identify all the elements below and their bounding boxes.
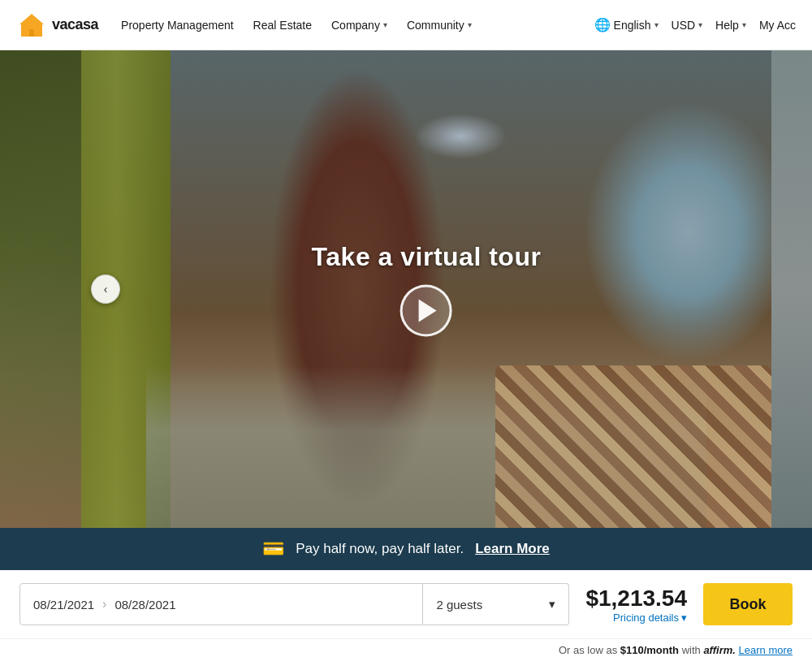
checkout-date: 08/28/2021 [114,598,175,612]
gallery-prev-button[interactable]: ‹ [91,274,120,304]
globe-icon: 🌐 [594,17,611,32]
gallery-main-image[interactable]: Take a virtual tour [81,50,771,528]
affirm-prefix-text: Or as low as [559,644,617,656]
brand-name: vacasa [52,16,98,33]
currency-dropdown-icon: ▾ [698,20,702,29]
pay-banner-text: Pay half now, pay half later. [296,541,464,557]
currency-selector[interactable]: USD ▾ [672,19,703,32]
guests-dropdown-icon: ▾ [549,597,555,612]
breadcrumb: USA › Tennessee › Smoky Mountains › Gatl… [0,661,812,670]
play-button[interactable] [400,285,452,337]
affirm-row: Or as low as $110/month with affirm. Lea… [0,639,812,661]
nav-company[interactable]: Company ▾ [331,19,387,32]
language-selector[interactable]: 🌐 English ▾ [594,17,659,32]
nav-community[interactable]: Community ▾ [407,19,472,32]
learn-more-link[interactable]: Learn More [475,541,550,557]
affirm-monthly-amount: $110/month [620,644,679,656]
pricing-details-icon: ▾ [681,612,687,624]
navbar: vacasa Property Management Real Estate C… [0,0,812,50]
svg-rect-2 [29,29,34,37]
pay-icon: 💳 [262,538,284,560]
book-button[interactable]: Book [703,583,793,625]
gallery-thumb-right[interactable] [771,50,812,528]
plaid-couch [495,365,771,528]
booking-bar: 08/21/2021 › 08/28/2021 2 guests ▾ $1,21… [0,570,812,639]
nav-right: 🌐 English ▾ USD ▾ Help ▾ My Acc [594,17,796,32]
date-range-selector[interactable]: 08/21/2021 › 08/28/2021 [19,583,423,625]
date-arrow-icon: › [102,597,106,612]
help-dropdown-icon: ▾ [742,20,746,29]
community-dropdown-icon: ▾ [468,20,472,29]
affirm-brand-name: affirm. [703,644,736,656]
logo-icon [16,10,47,41]
guests-value: 2 guests [436,598,482,612]
help-menu[interactable]: Help ▾ [715,19,746,32]
virtual-tour-text: Take a virtual tour [312,242,542,272]
pricing-details-link[interactable]: Pricing details ▾ [585,612,687,624]
nav-property-management[interactable]: Property Management [121,19,234,32]
virtual-tour-overlay: Take a virtual tour [312,242,542,337]
language-dropdown-icon: ▾ [654,20,659,29]
my-account[interactable]: My Acc [759,19,796,32]
affirm-with-text: with [682,644,701,656]
guests-selector[interactable]: 2 guests ▾ [423,583,569,625]
pay-half-banner: 💳 Pay half now, pay half later. Learn Mo… [0,528,812,570]
nav-links: Property Management Real Estate Company … [121,19,594,32]
price-section: $1,213.54 Pricing details ▾ [569,586,703,624]
total-price: $1,213.54 [585,586,687,612]
play-icon [419,300,437,322]
nav-real-estate[interactable]: Real Estate [253,19,312,32]
company-dropdown-icon: ▾ [383,20,387,29]
thumb-forest-image [0,50,81,528]
checkin-date: 08/21/2021 [33,598,94,612]
gallery-thumb-left[interactable] [0,50,81,528]
logo[interactable]: vacasa [16,10,98,41]
thumb-road-image [771,50,812,528]
property-gallery: Take a virtual tour ‹ [0,50,812,528]
affirm-learn-more-link[interactable]: Learn more [739,644,793,656]
